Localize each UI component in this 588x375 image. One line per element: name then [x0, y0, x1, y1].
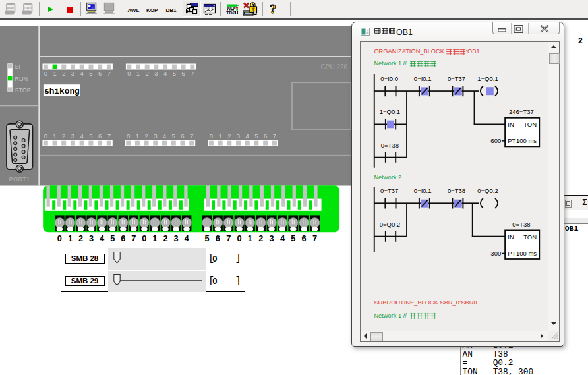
- svg-text:STOP: STOP: [15, 87, 31, 94]
- svg-text:PT: PT: [508, 137, 515, 144]
- svg-text:4: 4: [80, 132, 83, 140]
- svg-text:4: 4: [80, 70, 84, 77]
- svg-text:6: 6: [302, 233, 307, 243]
- svg-text:1: 1: [68, 233, 73, 243]
- svg-text:0: 0: [127, 132, 130, 140]
- svg-text:2: 2: [163, 233, 167, 243]
- svg-text:TON: TON: [523, 233, 537, 240]
- svg-text:0=T38: 0=T38: [381, 141, 399, 148]
- svg-text:7: 7: [273, 132, 276, 140]
- svg-text:IN: IN: [508, 233, 514, 240]
- svg-text:6: 6: [98, 132, 102, 140]
- svg-text:6: 6: [98, 70, 102, 77]
- svg-text:6: 6: [264, 132, 267, 140]
- svg-text:2: 2: [227, 132, 231, 140]
- svg-text:RUN: RUN: [15, 76, 28, 82]
- svg-text:2: 2: [146, 70, 149, 77]
- svg-text:6: 6: [181, 132, 184, 140]
- svg-text:5: 5: [172, 132, 175, 140]
- svg-text:2: 2: [144, 132, 148, 140]
- svg-text:7: 7: [107, 70, 111, 77]
- svg-text:4: 4: [163, 70, 167, 77]
- svg-text:PT: PT: [508, 249, 515, 256]
- svg-text:4: 4: [163, 132, 166, 140]
- svg-text:1=Q0.1: 1=Q0.1: [477, 74, 498, 82]
- svg-text:3: 3: [71, 132, 74, 140]
- svg-text:5: 5: [89, 70, 92, 77]
- svg-text:600: 600: [490, 137, 501, 144]
- svg-text:6: 6: [216, 233, 220, 243]
- svg-text:?: ?: [270, 2, 276, 16]
- svg-text:0: 0: [44, 70, 47, 77]
- svg-text:1: 1: [136, 132, 139, 140]
- svg-text:0=T37: 0=T37: [380, 187, 398, 194]
- svg-text:7: 7: [226, 233, 231, 243]
- svg-text:3: 3: [174, 233, 179, 243]
- svg-text:shikong: shikong: [44, 86, 80, 96]
- svg-text:Network 1 //: Network 1 //: [374, 312, 407, 319]
- svg-text:2: 2: [78, 233, 83, 243]
- svg-text:SF: SF: [15, 63, 23, 70]
- svg-text:0: 0: [210, 132, 213, 140]
- svg-text:7: 7: [107, 132, 111, 140]
- svg-text:0=Q0.2: 0=Q0.2: [477, 187, 498, 194]
- svg-text:4: 4: [100, 233, 105, 243]
- svg-text:2: 2: [62, 132, 65, 140]
- svg-text:1: 1: [248, 233, 252, 243]
- svg-text:4: 4: [246, 132, 249, 140]
- svg-text:246=T37: 246=T37: [509, 108, 534, 115]
- svg-text:5: 5: [254, 132, 258, 140]
- svg-text:4: 4: [280, 233, 285, 243]
- svg-text:5: 5: [204, 233, 209, 243]
- svg-text:AWL: AWL: [7, 6, 16, 10]
- svg-text:CPU 226: CPU 226: [321, 63, 348, 71]
- svg-text:0=Q0.2: 0=Q0.2: [380, 220, 400, 227]
- svg-text:100 ms: 100 ms: [516, 137, 537, 144]
- svg-text:3: 3: [71, 70, 74, 77]
- svg-text:0: 0: [237, 233, 242, 243]
- svg-text:0: 0: [57, 233, 62, 243]
- svg-text:IN: IN: [508, 121, 514, 128]
- svg-text:3: 3: [89, 233, 94, 243]
- svg-text:1: 1: [136, 70, 140, 77]
- svg-text:0: 0: [127, 70, 131, 77]
- svg-text:0=I0.1: 0=I0.1: [414, 74, 432, 82]
- svg-text:2: 2: [62, 70, 65, 77]
- svg-text:SUBROUTINE_BLOCK SBR_0:SBR0: SUBROUTINE_BLOCK SBR_0:SBR0: [374, 299, 477, 305]
- svg-text:1: 1: [152, 233, 157, 243]
- svg-text:4: 4: [185, 233, 190, 243]
- svg-text:0=T38: 0=T38: [448, 187, 465, 194]
- svg-text:7: 7: [131, 233, 136, 243]
- svg-text:0=I0.0: 0=I0.0: [380, 74, 398, 82]
- svg-text:7: 7: [191, 70, 194, 77]
- svg-text:5: 5: [291, 233, 295, 243]
- svg-text:3: 3: [154, 70, 158, 77]
- svg-text:1=Q0.1: 1=Q0.1: [380, 108, 400, 115]
- svg-text:0: 0: [44, 132, 47, 140]
- svg-text:0: 0: [142, 233, 146, 243]
- svg-text:1: 1: [218, 132, 221, 140]
- svg-text:3: 3: [237, 132, 240, 140]
- svg-text:0=T37: 0=T37: [448, 74, 465, 82]
- svg-text:Network 2: Network 2: [374, 174, 401, 181]
- svg-text:1: 1: [53, 70, 56, 77]
- svg-text:0=T38: 0=T38: [512, 220, 530, 227]
- svg-text:300: 300: [490, 249, 501, 256]
- svg-text:5: 5: [89, 132, 92, 140]
- svg-text:1: 1: [53, 132, 56, 140]
- svg-text:ORGANIZATION_BLOCK: ORGANIZATION_BLOCK: [374, 48, 444, 55]
- svg-text:7: 7: [312, 233, 317, 243]
- svg-text:TON: TON: [523, 121, 537, 128]
- svg-text:DB1: DB1: [24, 6, 32, 10]
- svg-text:Network 1 //: Network 1 //: [374, 60, 407, 67]
- svg-text:0=I0.1: 0=I0.1: [414, 187, 432, 194]
- svg-text:2: 2: [258, 233, 263, 243]
- svg-text:TD2: TD2: [226, 10, 235, 15]
- svg-text:6: 6: [121, 233, 125, 243]
- svg-text:5: 5: [110, 233, 115, 243]
- svg-text:3: 3: [270, 233, 274, 243]
- svg-text:5: 5: [173, 70, 176, 77]
- svg-text:6: 6: [181, 70, 185, 77]
- svg-text:100 ms: 100 ms: [516, 249, 537, 256]
- svg-text:3: 3: [154, 132, 157, 140]
